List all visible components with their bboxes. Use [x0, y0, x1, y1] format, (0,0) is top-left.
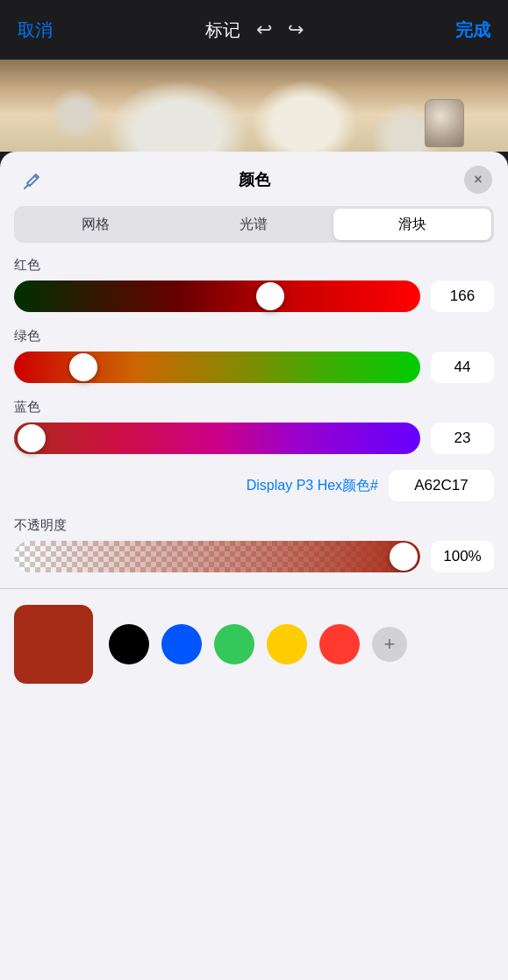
red-slider-row: 166: [14, 281, 494, 312]
opacity-slider-row: 100%: [14, 541, 494, 572]
tab-grid[interactable]: 网格: [17, 209, 175, 240]
blue-slider-track[interactable]: [14, 423, 420, 454]
opacity-slider-thumb[interactable]: [390, 543, 418, 571]
green-value-box[interactable]: 44: [431, 352, 494, 383]
top-toolbar: 取消 标记 ↩ ↪ 完成: [0, 0, 508, 60]
hex-label: Display P3 Hex颜色#: [247, 477, 378, 495]
opacity-slider-group: 不透明度 100%: [14, 517, 494, 572]
preset-yellow[interactable]: [267, 624, 307, 664]
tabs-container: 网格 光谱 滑块: [14, 206, 494, 243]
cancel-button[interactable]: 取消: [18, 18, 53, 42]
hex-row: Display P3 Hex颜色# A62C17: [14, 470, 494, 501]
tab-sliders[interactable]: 滑块: [333, 209, 491, 240]
door-knob: [425, 99, 464, 147]
hex-value-box[interactable]: A62C17: [389, 470, 494, 501]
blue-slider-row: 23: [14, 423, 494, 454]
blue-label: 蓝色: [14, 399, 494, 415]
green-slider-row: 44: [14, 352, 494, 383]
add-color-button[interactable]: +: [372, 627, 407, 662]
green-label: 绿色: [14, 328, 494, 344]
preset-blue[interactable]: [161, 624, 202, 664]
preset-swatches: +: [109, 624, 494, 664]
green-slider-track[interactable]: [14, 352, 420, 383]
done-button[interactable]: 完成: [455, 18, 490, 42]
opacity-gradient: [14, 541, 420, 572]
svg-point-0: [27, 184, 30, 187]
panel-header: 颜色 ×: [0, 152, 508, 199]
current-color-swatch[interactable]: [14, 605, 93, 684]
red-value-box[interactable]: 166: [431, 281, 494, 312]
image-preview: [0, 60, 508, 152]
close-button[interactable]: ×: [464, 166, 492, 194]
preset-red[interactable]: [319, 624, 360, 664]
preset-green[interactable]: [214, 624, 254, 664]
redo-button[interactable]: ↪: [288, 18, 304, 41]
red-slider-track[interactable]: [14, 281, 420, 312]
green-slider-thumb[interactable]: [69, 353, 97, 381]
color-panel: 颜色 × 网格 光谱 滑块 红色 166 绿色 44: [0, 152, 508, 980]
toolbar-center: 标记 ↩ ↪: [205, 18, 304, 42]
blue-slider-group: 蓝色 23: [14, 399, 494, 454]
opacity-value-box[interactable]: 100%: [431, 541, 494, 572]
undo-button[interactable]: ↩: [256, 18, 272, 41]
red-slider-thumb[interactable]: [256, 282, 284, 310]
eyedropper-button[interactable]: [18, 167, 46, 195]
tab-spectrum[interactable]: 光谱: [175, 209, 333, 240]
toolbar-title: 标记: [205, 18, 240, 42]
opacity-slider-track[interactable]: [14, 541, 420, 572]
divider: [0, 588, 508, 589]
red-slider-group: 红色 166: [14, 257, 494, 312]
opacity-label: 不透明度: [14, 517, 494, 534]
swatches-section: +: [0, 605, 508, 684]
panel-title: 颜色: [239, 169, 270, 190]
green-slider-group: 绿色 44: [14, 328, 494, 383]
preset-black[interactable]: [109, 624, 149, 664]
red-label: 红色: [14, 257, 494, 273]
blue-value-box[interactable]: 23: [431, 423, 494, 454]
sliders-section: 红色 166 绿色 44 蓝色: [0, 257, 508, 572]
blue-slider-thumb[interactable]: [18, 424, 46, 452]
